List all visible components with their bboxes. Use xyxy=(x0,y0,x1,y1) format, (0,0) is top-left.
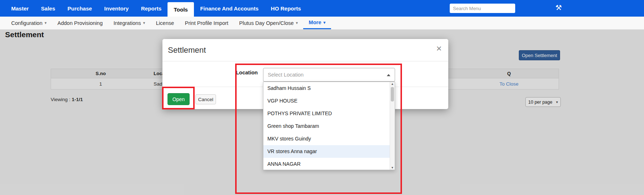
tools-hammer-icon[interactable]: ⚒ xyxy=(555,3,562,12)
top-nav: Master Sales Purchase Inventory Reports … xyxy=(0,0,644,17)
nav-item-inventory[interactable]: Inventory xyxy=(98,0,135,17)
modal-header: Settlement × xyxy=(162,39,448,61)
location-select[interactable]: Select Location xyxy=(263,68,395,82)
caret-down-icon: ▾ xyxy=(45,21,47,25)
caret-down-icon: ▾ xyxy=(143,21,145,25)
dropdown-option[interactable]: ANNA NAGAR xyxy=(263,158,390,170)
subnav-item-license[interactable]: License xyxy=(151,17,179,29)
nav-item-sales[interactable]: Sales xyxy=(35,0,61,17)
dropdown-option[interactable]: POTHYS PRIVATE LIMITED xyxy=(263,107,390,120)
dropdown-option-highlighted[interactable]: VR stores Anna nagar xyxy=(263,145,390,158)
modal-title: Settlement xyxy=(168,46,206,55)
subnav-label: Plutus Day Open/Close xyxy=(239,20,294,26)
caret-down-icon: ▾ xyxy=(323,20,326,25)
location-select-placeholder: Select Location xyxy=(268,72,304,78)
subnav-label: Configuration xyxy=(11,20,42,26)
subnav-label: Print Profile Import xyxy=(185,20,228,26)
subnav-label: License xyxy=(156,20,174,26)
nav-item-ho-reports[interactable]: HO Reports xyxy=(265,0,307,17)
nav-item-reports[interactable]: Reports xyxy=(135,0,168,17)
caret-up-icon xyxy=(387,74,390,76)
subnav-label: More xyxy=(309,20,321,25)
dropdown-scrollbar[interactable]: ▲ ▼ xyxy=(390,82,395,170)
subnav-item-plutus-day-open-close[interactable]: Plutus Day Open/Close ▾ xyxy=(234,17,303,29)
caret-down-icon: ▾ xyxy=(296,21,298,25)
location-label: Location xyxy=(236,70,258,75)
nav-item-purchase[interactable]: Purchase xyxy=(62,0,98,17)
nav-item-tools[interactable]: Tools xyxy=(168,2,194,17)
location-dropdown-list: Sadham Hussain S VGP HOUSE POTHYS PRIVAT… xyxy=(263,82,395,170)
nav-item-master[interactable]: Master xyxy=(5,0,35,17)
nav-item-finance-and-accounts[interactable]: Finance And Accounts xyxy=(194,0,264,17)
subnav-item-configuration[interactable]: Configuration ▾ xyxy=(6,17,52,29)
cancel-button[interactable]: Cancel xyxy=(195,94,216,104)
scroll-down-icon[interactable]: ▼ xyxy=(390,166,395,169)
subnav-item-addon-provisioning[interactable]: Addon Provisioning xyxy=(52,17,108,29)
dropdown-option[interactable]: VGP HOUSE xyxy=(263,95,390,107)
subnav-label: Addon Provisioning xyxy=(58,20,103,26)
dropdown-option[interactable]: Sadham Hussain S xyxy=(263,82,390,95)
dropdown-option[interactable]: MKV stores Guindy xyxy=(263,133,390,145)
subnav-item-more[interactable]: More ▾ xyxy=(303,17,331,29)
search-menu-input[interactable] xyxy=(450,4,515,13)
subnav-item-integrations[interactable]: Integrations ▾ xyxy=(108,17,151,29)
dropdown-option[interactable]: Green shop Tambaram xyxy=(263,120,390,133)
scroll-up-icon[interactable]: ▲ xyxy=(390,82,395,86)
top-nav-items: Master Sales Purchase Inventory Reports … xyxy=(0,0,644,17)
sub-nav: Configuration ▾ Addon Provisioning Integ… xyxy=(0,17,644,30)
subnav-label: Integrations xyxy=(114,20,141,26)
subnav-item-print-profile-import[interactable]: Print Profile Import xyxy=(179,17,234,29)
scrollbar-thumb[interactable] xyxy=(391,87,394,101)
close-icon[interactable]: × xyxy=(436,44,442,53)
open-button[interactable]: Open xyxy=(168,93,190,105)
screen: Master Sales Purchase Inventory Reports … xyxy=(0,0,644,195)
